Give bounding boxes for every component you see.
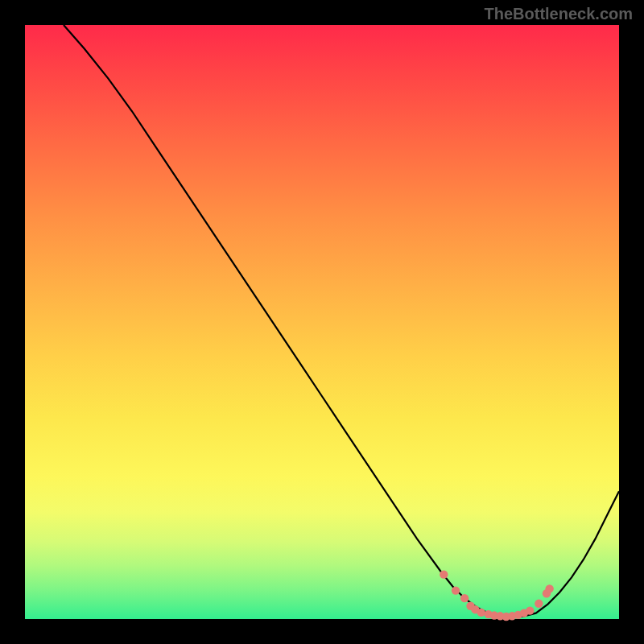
- bottleneck-curve-svg: [25, 25, 619, 619]
- minimum-dot: [545, 584, 553, 592]
- chart-plot-area: [25, 25, 619, 619]
- curve-path: [64, 25, 619, 617]
- minimum-dot: [526, 606, 534, 614]
- minimum-dot: [460, 594, 469, 602]
- minimum-dot: [477, 609, 485, 617]
- watermark-text: TheBottleneck.com: [485, 5, 633, 23]
- minimum-dot: [440, 570, 448, 578]
- minimum-dot: [452, 586, 460, 594]
- minimum-dot: [535, 600, 543, 608]
